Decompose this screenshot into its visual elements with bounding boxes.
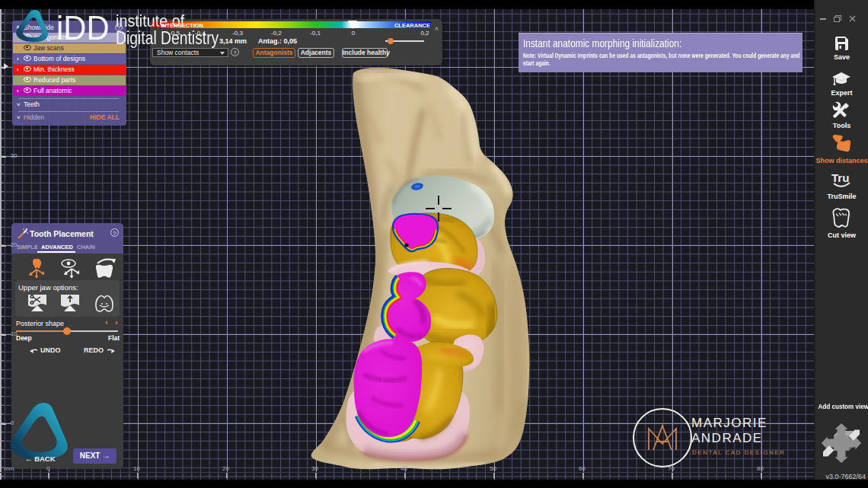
svg-text:DENTAL CAD DESIGNER: DENTAL CAD DESIGNER (692, 449, 785, 456)
svg-text:MARJORIE: MARJORIE (691, 416, 767, 430)
svg-text:ANDRADE: ANDRADE (691, 431, 763, 445)
svg-text:Tru: Tru (831, 171, 849, 184)
